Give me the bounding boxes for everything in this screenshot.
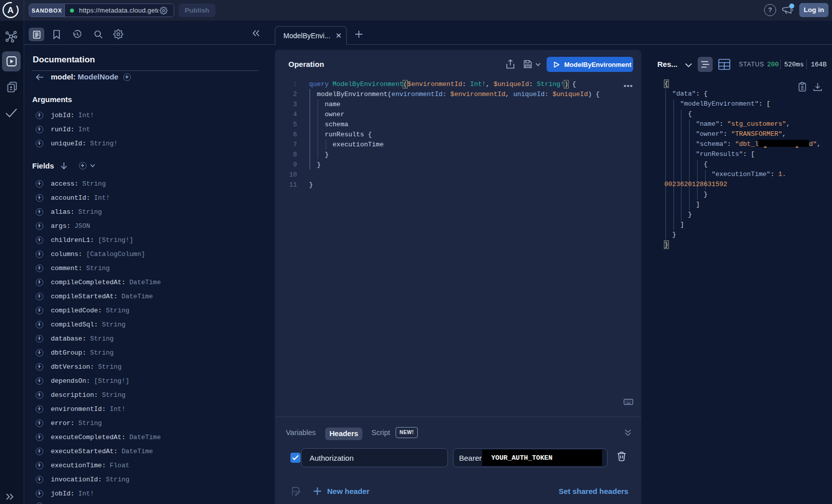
svg-text:A: A [8, 6, 14, 15]
